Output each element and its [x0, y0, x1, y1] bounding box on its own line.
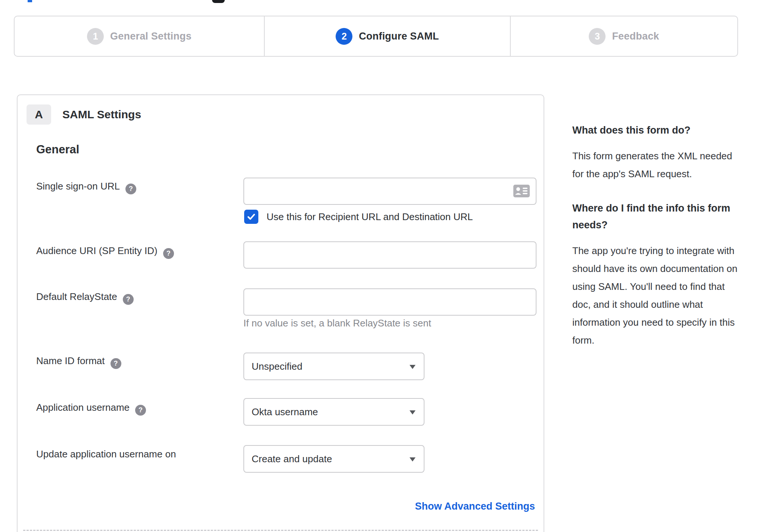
sso-url-label: Single sign-on URL? [36, 179, 136, 194]
checkmark-icon [246, 212, 256, 222]
step-3-number-badge: 3 [589, 28, 606, 45]
sidebar-heading-where: Where do I find the info this form needs… [572, 200, 740, 234]
step-2-label: Configure SAML [359, 31, 439, 42]
sidebar-body-what: This form generates the XML needed for t… [572, 147, 740, 183]
help-icon[interactable]: ? [111, 358, 121, 369]
show-advanced-settings-link[interactable]: Show Advanced Settings [415, 501, 535, 512]
recipient-url-checkbox[interactable] [244, 210, 258, 224]
sso-url-input-wrap [243, 178, 536, 205]
update-username-label: Update application username on [36, 447, 176, 461]
help-icon[interactable]: ? [163, 248, 174, 259]
sso-url-input[interactable] [243, 178, 536, 205]
step-feedback[interactable]: 3 Feedback [511, 16, 737, 56]
audience-uri-input[interactable] [243, 241, 536, 269]
relaystate-label: Default RelayState? [36, 290, 134, 305]
relaystate-input[interactable] [243, 288, 536, 316]
sidebar-section: Where do I find the info this form needs… [572, 200, 740, 349]
step-general-settings[interactable]: 1 General Settings [15, 16, 264, 56]
section-a-badge: A [27, 104, 51, 125]
panel-title: SAML Settings [62, 104, 141, 125]
recipient-url-checkbox-row: Use this for Recipient URL and Destinati… [244, 210, 473, 224]
cutoff-dark-icon-fragment [212, 0, 225, 3]
relaystate-hint: If no value is set, a blank RelayState i… [243, 317, 431, 329]
chevron-down-icon [410, 457, 416, 461]
help-sidebar: What does this form do? This form genera… [572, 122, 740, 349]
help-icon[interactable]: ? [135, 405, 146, 416]
step-configure-saml[interactable]: 2 Configure SAML [264, 16, 511, 56]
name-id-format-label: Name ID format? [36, 354, 121, 369]
chevron-down-icon [410, 365, 416, 369]
page: 1 General Settings 2 Configure SAML 3 Fe… [0, 0, 781, 532]
audience-uri-label: Audience URI (SP Entity ID)? [36, 244, 174, 259]
help-icon[interactable]: ? [123, 294, 134, 305]
step-3-label: Feedback [612, 31, 659, 42]
application-username-label: Application username? [36, 401, 146, 416]
help-icon[interactable]: ? [125, 184, 136, 194]
general-section-heading: General [36, 143, 79, 156]
section-dashed-divider [23, 530, 538, 531]
cutoff-blue-fragment [28, 0, 32, 2]
sidebar-body-where: The app you're trying to integrate with … [572, 242, 740, 349]
saml-settings-panel: A SAML Settings General Single sign-on U… [17, 94, 544, 532]
wizard-stepper: 1 General Settings 2 Configure SAML 3 Fe… [14, 16, 738, 57]
sidebar-heading-what: What does this form do? [572, 122, 740, 139]
chevron-down-icon [410, 410, 416, 414]
update-username-select[interactable]: Create and update [243, 445, 424, 473]
contact-card-icon [513, 185, 530, 197]
sidebar-section: What does this form do? This form genera… [572, 122, 740, 183]
step-1-label: General Settings [110, 31, 192, 42]
name-id-format-select[interactable]: Unspecified [243, 353, 424, 380]
application-username-select[interactable]: Okta username [243, 398, 424, 426]
step-1-number-badge: 1 [87, 28, 104, 45]
recipient-url-checkbox-label: Use this for Recipient URL and Destinati… [267, 211, 473, 223]
step-2-number-badge: 2 [336, 28, 352, 45]
